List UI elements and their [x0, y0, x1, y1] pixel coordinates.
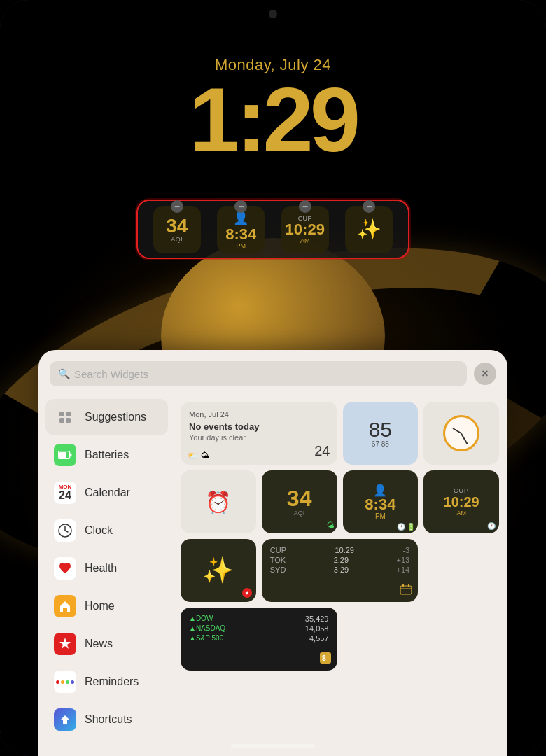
weather-range: 67 88 — [372, 440, 389, 448]
grid-widget-cup-time[interactable]: CUP 10:29 AM 🕐 — [424, 470, 499, 533]
stock-name-nasdaq: ▲NASDAQ — [189, 624, 225, 633]
picker-sidebar: Suggestions Batteries MON — [38, 393, 175, 756]
cal-weather-icons: ⛅ 🌤 — [188, 451, 209, 461]
grid-widget-alarm[interactable]: ⏰ — [181, 470, 256, 533]
cup-clock-icon: 🕐 — [487, 522, 496, 530]
home-indicator[interactable] — [231, 744, 315, 748]
widget-bar[interactable]: − 34 AQI − 👤 8:34 PM − CUP 10:29 AM − — [136, 200, 410, 259]
close-button[interactable]: × — [474, 363, 496, 385]
suggestions-icon — [54, 406, 76, 428]
sidebar-item-health[interactable]: Health — [46, 550, 168, 587]
aqi-num: 34 — [287, 487, 312, 510]
sidebar-item-suggestions[interactable]: Suggestions — [46, 399, 168, 435]
picker-body: Suggestions Batteries MON — [38, 393, 507, 756]
widget-minus-time[interactable]: − — [234, 200, 247, 213]
stock-name-sp500: ▲S&P 500 — [189, 634, 223, 643]
wc-diff-syd: +14 — [397, 566, 410, 574]
widget-sparkle[interactable]: − ✨ — [345, 206, 393, 253]
grid-widget-calendar[interactable]: Mon, Jul 24 No events today Your day is … — [181, 402, 337, 465]
news-label: News — [85, 638, 113, 650]
stocks-bottom-icon: $ — [319, 652, 332, 667]
clock-face — [443, 415, 479, 451]
sparkle-widget-icon: ✨ — [202, 556, 234, 585]
sidebar-item-clock[interactable]: Clock — [46, 512, 168, 549]
search-placeholder: Search Widgets — [74, 368, 148, 380]
wc-row-cup: CUP 10:29 -3 — [270, 546, 410, 554]
clock-label: Clock — [85, 524, 113, 537]
shortcuts-label: Shortcuts — [85, 713, 132, 726]
sidebar-item-reminders[interactable]: Reminders — [46, 664, 168, 700]
home-label: Home — [85, 600, 115, 612]
sidebar-item-shortcuts[interactable]: Shortcuts — [46, 701, 168, 738]
health-icon — [54, 557, 76, 580]
widget-minus-cup[interactable]: − — [299, 200, 312, 213]
sparkle-icon: ✨ — [357, 218, 382, 241]
cup-time-value: 10:29 — [286, 222, 325, 237]
shortcuts-icon — [54, 708, 76, 731]
time1-ampm: PM — [237, 242, 246, 249]
cal-day-num: 24 — [314, 443, 330, 459]
reminders-label: Reminders — [85, 676, 139, 688]
calendar-icon: MON 24 — [54, 482, 76, 504]
cup-ampm: AM — [300, 237, 310, 244]
batteries-icon — [54, 444, 76, 466]
svg-rect-6 — [59, 452, 66, 458]
grid-widget-clock[interactable] — [424, 402, 499, 465]
time-text: 1:29 — [0, 74, 546, 165]
widget-aqi[interactable]: − 34 AQI — [153, 206, 201, 253]
stock-val-nasdaq: 14,058 — [305, 624, 329, 633]
wc-row-tok: TOK 2:29 +13 — [270, 556, 410, 564]
wc-time-tok: 2:29 — [334, 556, 349, 564]
widget-minus-sparkle[interactable]: − — [363, 200, 375, 213]
svg-rect-3 — [66, 418, 71, 423]
svg-rect-11 — [402, 584, 404, 587]
stock-val-sp500: 4,557 — [309, 634, 329, 643]
stock-row-dow: ▲DOW 35,429 — [189, 615, 329, 623]
svg-rect-2 — [59, 418, 64, 423]
date-display: Monday, July 24 1:29 — [0, 56, 546, 165]
wc-city-tok: TOK — [270, 556, 286, 564]
grid-widget-time-person[interactable]: 👤 8:34 PM 🕐 🔋 — [343, 470, 419, 533]
grid-widget-weather[interactable]: 85 67 88 — [343, 402, 419, 465]
aqi-label: AQI — [171, 236, 183, 243]
widget-minus-aqi[interactable]: − — [171, 200, 183, 213]
grid-widget-aqi[interactable]: 34 AQI 🌤 — [262, 470, 337, 533]
stock-val-dow: 35,429 — [305, 615, 329, 623]
cup-time-val: 10:29 — [444, 494, 479, 510]
sidebar-item-batteries[interactable]: Batteries — [46, 437, 168, 473]
time-person-time: 8:34 — [365, 497, 396, 512]
wc-time-syd: 3:29 — [334, 566, 349, 574]
svg-rect-5 — [70, 454, 72, 457]
grid-widget-stocks[interactable]: ▲DOW 35,429 ▲NASDAQ 14,058 ▲S&P 500 4,55… — [181, 608, 337, 671]
sidebar-item-home[interactable]: Home — [46, 588, 168, 624]
grid-widget-worldclock[interactable]: CUP 10:29 -3 TOK 2:29 +13 SYD 3:29 +14 — [262, 539, 419, 602]
svg-text:$: $ — [322, 654, 326, 662]
time-person-ampm: PM — [375, 512, 386, 520]
svg-rect-12 — [408, 584, 410, 587]
wc-bottom-icon — [400, 583, 412, 598]
home-icon — [54, 595, 76, 617]
grid-widget-sparkle[interactable]: ✨ ♥ — [181, 539, 256, 602]
sidebar-item-calendar[interactable]: MON 24 Calendar — [46, 475, 168, 511]
batteries-label: Batteries — [85, 449, 129, 461]
clock-icon — [54, 519, 76, 542]
cal-date: Mon, Jul 24 — [189, 410, 329, 419]
cup-lbl: CUP — [454, 487, 469, 494]
aqi-weather-icon: 🌤 — [327, 518, 335, 531]
svg-rect-0 — [59, 412, 64, 416]
sparkle-heart-badge: ♥ — [242, 588, 252, 598]
wc-row-syd: SYD 3:29 +14 — [270, 566, 410, 574]
weather-temp: 85 — [369, 419, 392, 440]
cup-am: AM — [456, 510, 466, 517]
reminders-icon — [54, 671, 76, 693]
stock-row-nasdaq: ▲NASDAQ 14,058 — [189, 624, 329, 633]
stock-name-dow: ▲DOW — [189, 615, 213, 623]
aqi-lbl: AQI — [294, 510, 305, 517]
time-person-bottom-icons: 🕐 🔋 — [397, 523, 415, 531]
sidebar-item-news[interactable]: News — [46, 626, 168, 662]
widget-time-person[interactable]: − 👤 8:34 PM — [217, 206, 265, 253]
health-label: Health — [85, 562, 117, 575]
alarm-icon: ⏰ — [205, 490, 231, 514]
search-bar[interactable]: 🔍 Search Widgets — [50, 361, 467, 386]
widget-cup[interactable]: − CUP 10:29 AM — [281, 206, 329, 253]
